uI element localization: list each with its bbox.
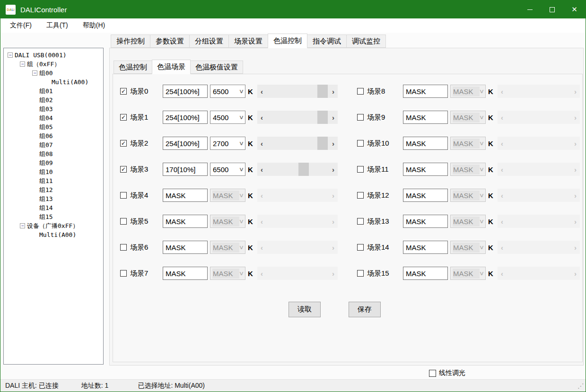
scrollbar-right-arrow-icon[interactable]: › <box>574 244 577 251</box>
scene-level-scrollbar[interactable]: ‹ › <box>257 215 338 228</box>
tree-node[interactable]: 组15 <box>4 212 103 221</box>
tree-expander-icon[interactable]: − <box>20 223 25 228</box>
scene-cct-dropdown[interactable]: MASK ∨ <box>450 85 486 98</box>
tree-node[interactable]: 组02 <box>4 96 103 105</box>
subtab-色温控制[interactable]: 色温控制 <box>114 61 152 74</box>
scene-checkbox[interactable] <box>357 140 364 147</box>
scene-level-input[interactable]: MASK <box>163 189 208 202</box>
tree-node[interactable]: 组06 <box>4 131 103 140</box>
scrollbar-thumb[interactable] <box>317 137 328 150</box>
tab-调试监控[interactable]: 调试监控 <box>346 35 386 48</box>
scene-level-input[interactable]: MASK <box>403 241 448 254</box>
scene-cct-dropdown[interactable]: MASK ∨ <box>210 241 245 254</box>
scrollbar-left-arrow-icon[interactable]: ‹ <box>501 218 503 225</box>
scene-checkbox[interactable] <box>120 192 127 199</box>
scrollbar-right-arrow-icon[interactable]: › <box>332 140 334 147</box>
linear-dimming-checkbox[interactable] <box>429 370 436 377</box>
scene-checkbox[interactable]: ✓ <box>120 140 127 147</box>
scrollbar-left-arrow-icon[interactable]: ‹ <box>261 244 263 251</box>
scrollbar-left-arrow-icon[interactable]: ‹ <box>261 140 263 147</box>
tree-node[interactable]: 组01 <box>4 87 103 96</box>
scene-cct-dropdown[interactable]: 6500 ∨ <box>210 163 245 176</box>
scene-level-scrollbar[interactable]: ‹ › <box>498 111 580 124</box>
scene-level-scrollbar[interactable]: ‹ › <box>257 241 338 254</box>
scene-level-input[interactable]: 254[100%] <box>163 111 208 124</box>
scene-checkbox[interactable]: ✓ <box>120 88 127 95</box>
scene-checkbox[interactable] <box>120 218 127 225</box>
scene-checkbox[interactable] <box>357 114 364 121</box>
scene-level-input[interactable]: MASK <box>403 267 448 280</box>
scene-level-scrollbar[interactable]: ‹ › <box>498 267 580 280</box>
scrollbar-right-arrow-icon[interactable]: › <box>574 166 577 173</box>
tab-操作控制[interactable]: 操作控制 <box>111 35 150 48</box>
scene-cct-dropdown[interactable]: MASK ∨ <box>450 163 486 176</box>
scrollbar-left-arrow-icon[interactable]: ‹ <box>501 114 503 121</box>
scene-checkbox[interactable]: ✓ <box>120 166 127 173</box>
scene-cct-dropdown[interactable]: 6500 ∨ <box>210 85 245 98</box>
scene-cct-dropdown[interactable]: MASK ∨ <box>210 215 245 228</box>
scene-level-input[interactable]: MASK <box>163 267 208 280</box>
scene-level-scrollbar[interactable]: ‹ › <box>498 215 580 228</box>
scene-level-input[interactable]: 254[100%] <box>163 85 208 98</box>
save-button[interactable]: 保存 <box>349 302 381 317</box>
scrollbar-left-arrow-icon[interactable]: ‹ <box>501 88 503 95</box>
tree-node[interactable]: 组13 <box>4 194 103 203</box>
scrollbar-left-arrow-icon[interactable]: ‹ <box>261 88 263 95</box>
scene-level-scrollbar[interactable]: ‹ › <box>257 163 338 176</box>
scene-checkbox[interactable] <box>357 244 364 251</box>
scrollbar-thumb[interactable] <box>317 111 328 124</box>
scene-level-scrollbar[interactable]: ‹ › <box>498 163 580 176</box>
tree-node[interactable]: 组11 <box>4 176 103 185</box>
scene-cct-dropdown[interactable]: 2700 ∨ <box>210 137 245 150</box>
scrollbar-right-arrow-icon[interactable]: › <box>332 192 334 199</box>
menu-item[interactable]: 文件(F) <box>5 21 37 30</box>
scrollbar-right-arrow-icon[interactable]: › <box>574 114 577 121</box>
scrollbar-left-arrow-icon[interactable]: ‹ <box>501 270 503 277</box>
scene-checkbox[interactable] <box>120 270 127 277</box>
scrollbar-thumb[interactable] <box>317 85 328 98</box>
scrollbar-left-arrow-icon[interactable]: ‹ <box>261 166 263 173</box>
scrollbar-left-arrow-icon[interactable]: ‹ <box>261 218 263 225</box>
scrollbar-right-arrow-icon[interactable]: › <box>574 218 577 225</box>
scene-level-scrollbar[interactable]: ‹ › <box>257 267 338 280</box>
tree-node[interactable]: −设备（广播0xFF） <box>4 221 103 230</box>
scene-level-scrollbar[interactable]: ‹ › <box>498 137 580 150</box>
scene-cct-dropdown[interactable]: MASK ∨ <box>210 189 245 202</box>
resize-grip-icon[interactable]: ⋰ <box>577 383 584 389</box>
scene-checkbox[interactable] <box>357 270 364 277</box>
scene-level-input[interactable]: MASK <box>403 85 448 98</box>
scene-cct-dropdown[interactable]: MASK ∨ <box>450 137 486 150</box>
scrollbar-right-arrow-icon[interactable]: › <box>332 270 334 277</box>
tree-node[interactable]: 组08 <box>4 149 103 158</box>
tree-node[interactable]: −DALI USB(0001) <box>4 51 103 60</box>
scrollbar-thumb[interactable] <box>298 163 309 176</box>
scene-cct-dropdown[interactable]: MASK ∨ <box>450 111 486 124</box>
scrollbar-right-arrow-icon[interactable]: › <box>332 88 334 95</box>
scrollbar-left-arrow-icon[interactable]: ‹ <box>261 270 263 277</box>
scene-checkbox[interactable] <box>120 244 127 251</box>
tree-node[interactable]: −组（0xFF） <box>4 60 103 69</box>
tab-分组设置[interactable]: 分组设置 <box>189 35 229 48</box>
scrollbar-right-arrow-icon[interactable]: › <box>332 244 334 251</box>
tree-node[interactable]: 组10 <box>4 167 103 176</box>
scene-level-scrollbar[interactable]: ‹ › <box>257 85 338 98</box>
tree-expander-icon[interactable]: − <box>8 52 13 58</box>
scene-level-input[interactable]: MASK <box>403 137 448 150</box>
tree-node[interactable]: 组09 <box>4 158 103 167</box>
scene-cct-dropdown[interactable]: MASK ∨ <box>450 189 486 202</box>
scene-checkbox[interactable] <box>357 218 364 225</box>
tree-node[interactable]: −组00 <box>4 69 103 78</box>
tab-指令调试[interactable]: 指令调试 <box>307 35 347 48</box>
tab-色温控制[interactable]: 色温控制 <box>268 34 307 48</box>
scene-cct-dropdown[interactable]: MASK ∨ <box>450 241 486 254</box>
scrollbar-right-arrow-icon[interactable]: › <box>332 166 334 173</box>
scrollbar-left-arrow-icon[interactable]: ‹ <box>261 114 263 121</box>
scene-cct-dropdown[interactable]: MASK ∨ <box>210 267 245 280</box>
scrollbar-left-arrow-icon[interactable]: ‹ <box>501 166 503 173</box>
scene-level-scrollbar[interactable]: ‹ › <box>498 189 580 202</box>
scene-level-input[interactable]: MASK <box>163 241 208 254</box>
scene-level-scrollbar[interactable]: ‹ › <box>257 111 338 124</box>
tree-node[interactable]: Multi(A00) <box>4 230 103 239</box>
tree-node[interactable]: 组14 <box>4 203 103 212</box>
tab-参数设置[interactable]: 参数设置 <box>150 35 190 48</box>
